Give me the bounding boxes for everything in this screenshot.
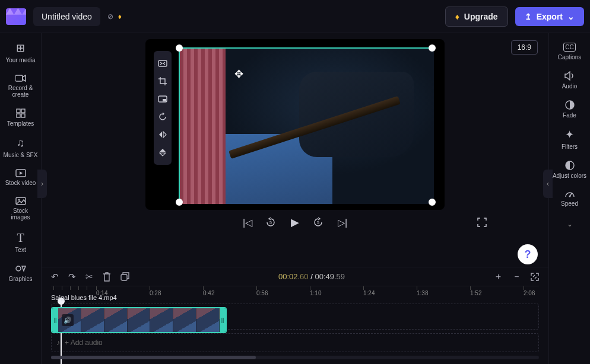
sidebar-item-stock-video[interactable]: Stock video: [3, 169, 39, 186]
right-sidebar: CC Captions Audio Fade ✦ Filters Adjust …: [548, 33, 590, 364]
svg-rect-14: [121, 274, 127, 280]
sidebar-item-fade[interactable]: Fade: [552, 100, 588, 119]
audio-icon: [564, 71, 575, 81]
ruler-tick: 0:42: [203, 290, 214, 296]
timeline-tracks: Saigal blues file 4.mp4 || || 🔊: [51, 304, 539, 359]
crop-button[interactable]: [154, 72, 172, 90]
clip-trim-left[interactable]: ||: [52, 308, 58, 332]
delete-button[interactable]: [103, 272, 111, 282]
thumb: [173, 308, 196, 332]
flip-vertical-button[interactable]: [154, 143, 172, 161]
note-icon: ♪: [56, 339, 60, 347]
pip-button[interactable]: [154, 90, 172, 108]
skip-start-button[interactable]: |◁: [242, 217, 253, 228]
clip-label: Saigal blues file 4.mp4: [51, 294, 117, 301]
duration: 00:49: [315, 272, 334, 281]
duration-frac: .59: [334, 272, 345, 281]
video-icon: [15, 169, 26, 177]
zoom-fit-button[interactable]: [531, 273, 539, 281]
redo-button[interactable]: ↷: [68, 272, 76, 282]
ruler-tick: 1:10: [310, 290, 321, 296]
sidebar-item-label: Stock video: [5, 180, 36, 186]
zoom-out-button[interactable]: －: [512, 271, 521, 282]
svg-point-8: [16, 266, 21, 271]
selection-frame[interactable]: ✥: [179, 47, 433, 203]
ruler-tick: 2:06: [524, 290, 535, 296]
svg-rect-3: [17, 114, 20, 117]
duplicate-button[interactable]: [120, 272, 129, 281]
skip-end-button[interactable]: ▷|: [337, 217, 348, 228]
timeline-scrollbar[interactable]: [51, 356, 539, 359]
sidebar-item-stock-images[interactable]: Stock images: [3, 197, 39, 221]
sidebar-item-audio[interactable]: Audio: [552, 71, 588, 90]
ruler-tick: 0:28: [150, 290, 161, 296]
flip-horizontal-button[interactable]: [154, 126, 172, 143]
sidebar-item-graphics[interactable]: Graphics: [3, 264, 39, 282]
add-track-button[interactable]: ＋: [494, 271, 503, 282]
media-icon: ⊞: [16, 43, 25, 55]
ruler-tick: 1:52: [470, 290, 481, 296]
app-logo[interactable]: [6, 8, 26, 25]
rotate-button[interactable]: [154, 108, 172, 126]
more-properties-button[interactable]: ⌄: [567, 220, 573, 228]
clip-thumbnails: [58, 308, 220, 332]
clip-mute-button[interactable]: 🔊: [62, 314, 74, 326]
video-clip[interactable]: || || 🔊: [51, 307, 227, 333]
sidebar-item-templates[interactable]: Templates: [3, 108, 39, 127]
image-icon: [15, 197, 26, 205]
sidebar-item-label: Record & create: [3, 85, 39, 98]
upgrade-button[interactable]: ♦ Upgrade: [445, 7, 508, 27]
thumb: [104, 308, 128, 332]
preview-canvas[interactable]: ✥: [145, 39, 445, 210]
sidebar-item-label: Templates: [7, 120, 34, 127]
sidebar-item-adjust-colors[interactable]: Adjust colors: [552, 161, 588, 179]
thumb: [196, 308, 220, 332]
top-bar: Untitled video ⊘ ♦ ♦ Upgrade ↥ Export ⌄: [0, 0, 590, 33]
forward-5s-button[interactable]: 5: [313, 217, 325, 228]
play-button[interactable]: ▶: [289, 216, 301, 229]
export-button[interactable]: ↥ Export ⌄: [515, 7, 584, 26]
expand-right-panel[interactable]: ‹: [543, 170, 553, 198]
sidebar-item-captions[interactable]: CC Captions: [552, 43, 588, 60]
sidebar-item-filters[interactable]: ✦ Filters: [552, 129, 588, 150]
help-button[interactable]: ?: [518, 244, 538, 264]
sidebar-item-label: Fade: [563, 112, 576, 119]
aspect-ratio-selector[interactable]: 16:9: [511, 40, 538, 55]
sidebar-item-record[interactable]: Record & create: [3, 74, 39, 98]
back-5s-button[interactable]: 5: [265, 217, 277, 228]
undo-button[interactable]: ↶: [51, 272, 59, 282]
project-title[interactable]: Untitled video: [33, 7, 100, 26]
resize-handle-tr[interactable]: [429, 44, 436, 52]
sidebar-item-your-media[interactable]: ⊞ Your media: [3, 43, 39, 63]
sidebar-item-label: Speed: [561, 200, 578, 207]
audio-track[interactable]: ♪ + Add audio: [51, 333, 539, 352]
sidebar-item-speed[interactable]: Speed: [552, 190, 588, 207]
clip-trim-right[interactable]: ||: [220, 308, 226, 332]
timecode-separator: /: [309, 272, 315, 281]
premium-diamond-icon[interactable]: ♦: [118, 12, 122, 21]
fit-button[interactable]: [154, 55, 172, 72]
split-button[interactable]: ✂: [85, 272, 93, 282]
fullscreen-button[interactable]: [477, 218, 489, 227]
svg-rect-1: [17, 109, 20, 113]
ruler-tick: 1:38: [417, 290, 428, 296]
resize-handle-tl[interactable]: [176, 44, 183, 52]
sidebar-item-label: Music & SFX: [4, 152, 38, 158]
svg-rect-4: [21, 114, 25, 117]
fade-icon: [565, 100, 575, 110]
cloud-sync-off-icon[interactable]: ⊘: [107, 12, 113, 21]
resize-handle-br[interactable]: [429, 199, 436, 206]
scrollbar-thumb[interactable]: [51, 356, 256, 359]
templates-icon: [16, 108, 26, 118]
upload-icon: ↥: [525, 12, 532, 21]
svg-text:5: 5: [269, 221, 272, 225]
sidebar-item-music[interactable]: ♫ Music & SFX: [3, 138, 39, 158]
ruler-tick: 0:56: [256, 290, 268, 296]
svg-point-7: [18, 199, 20, 200]
sidebar-item-text[interactable]: T Text: [3, 231, 39, 253]
sidebar-item-label: Captions: [558, 54, 581, 60]
resize-handle-bl[interactable]: [176, 199, 183, 206]
graphics-icon: [15, 264, 26, 273]
timeline-ruler[interactable]: 0:140:280:420:561:101:241:381:522:06: [51, 286, 539, 300]
camera-icon: [15, 74, 26, 82]
